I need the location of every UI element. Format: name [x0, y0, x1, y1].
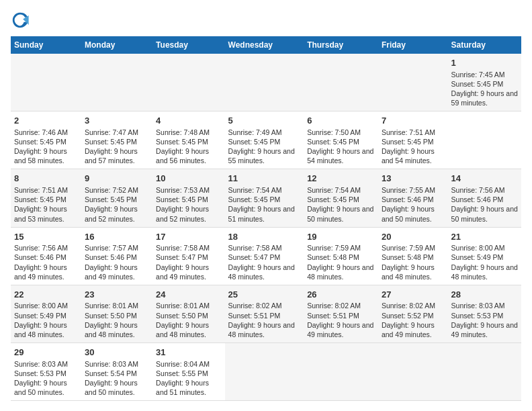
- sunrise: Sunrise: 7:58 AM: [156, 244, 210, 252]
- sunset: Sunset: 5:50 PM: [156, 312, 208, 320]
- sunset: Sunset: 5:47 PM: [156, 253, 208, 261]
- day-number: 21: [451, 231, 518, 243]
- sunset: Sunset: 5:45 PM: [14, 138, 66, 146]
- day-number: 10: [156, 173, 221, 185]
- daylight: Daylight: 9 hours and 55 minutes.: [228, 147, 295, 165]
- day-number: 7: [382, 115, 445, 127]
- daylight: Daylight: 9 hours and 49 minutes.: [382, 321, 435, 338]
- sunrise: Sunrise: 7:54 AM: [228, 186, 282, 194]
- weekday-header: Wednesday: [225, 36, 304, 54]
- sunrise: Sunrise: 7:59 AM: [307, 244, 361, 252]
- day-number: 15: [14, 231, 78, 243]
- daylight: Daylight: 9 hours and 50 minutes.: [451, 205, 518, 222]
- calendar-cell: 15Sunrise: 7:56 AMSunset: 5:46 PMDayligh…: [11, 227, 81, 285]
- sunset: Sunset: 5:46 PM: [85, 253, 137, 261]
- sunset: Sunset: 5:48 PM: [382, 253, 434, 261]
- sunrise: Sunrise: 8:02 AM: [228, 302, 282, 310]
- day-number: 3: [85, 115, 149, 127]
- calendar-cell: 11Sunrise: 7:54 AMSunset: 5:45 PMDayligh…: [225, 169, 304, 227]
- calendar-week-row: 8Sunrise: 7:51 AMSunset: 5:45 PMDaylight…: [11, 169, 521, 227]
- calendar-cell: 6Sunrise: 7:50 AMSunset: 5:45 PMDaylight…: [304, 111, 378, 169]
- logo: [11, 11, 34, 30]
- sunset: Sunset: 5:45 PM: [307, 138, 359, 146]
- daylight: Daylight: 9 hours and 48 minutes.: [156, 321, 209, 338]
- sunrise: Sunrise: 7:47 AM: [85, 128, 138, 136]
- daylight: Daylight: 9 hours and 49 minutes.: [85, 263, 138, 281]
- day-number: 19: [307, 231, 375, 243]
- day-number: 25: [228, 289, 301, 301]
- day-number: 11: [228, 173, 301, 185]
- day-number: 20: [382, 231, 445, 243]
- sunrise: Sunrise: 7:51 AM: [382, 128, 435, 136]
- sunset: Sunset: 5:45 PM: [451, 80, 504, 88]
- sunset: Sunset: 5:45 PM: [307, 195, 359, 203]
- daylight: Daylight: 9 hours and 57 minutes.: [85, 147, 138, 165]
- daylight: Daylight: 9 hours and 48 minutes.: [451, 263, 518, 281]
- day-number: 17: [156, 231, 221, 243]
- day-number: 6: [307, 115, 375, 127]
- daylight: Daylight: 9 hours and 48 minutes.: [382, 263, 435, 281]
- daylight: Daylight: 9 hours and 48 minutes.: [228, 321, 295, 338]
- sunset: Sunset: 5:53 PM: [451, 312, 504, 320]
- calendar-cell: 1Sunrise: 7:45 AMSunset: 5:45 PMDaylight…: [448, 54, 521, 111]
- sunrise: Sunrise: 7:53 AM: [156, 186, 210, 194]
- calendar-cell: 12Sunrise: 7:54 AMSunset: 5:45 PMDayligh…: [304, 169, 378, 227]
- calendar-week-row: 22Sunrise: 8:00 AMSunset: 5:49 PMDayligh…: [11, 285, 521, 342]
- sunset: Sunset: 5:45 PM: [156, 195, 208, 203]
- calendar-cell: 17Sunrise: 7:58 AMSunset: 5:47 PMDayligh…: [152, 227, 224, 285]
- sunrise: Sunrise: 7:51 AM: [14, 186, 68, 194]
- sunset: Sunset: 5:50 PM: [85, 312, 137, 320]
- daylight: Daylight: 9 hours and 53 minutes.: [14, 205, 67, 222]
- daylight: Daylight: 9 hours and 48 minutes.: [14, 321, 67, 338]
- sunrise: Sunrise: 7:48 AM: [156, 128, 210, 136]
- weekday-header: Sunday: [11, 36, 81, 54]
- sunrise: Sunrise: 7:45 AM: [451, 71, 505, 79]
- sunrise: Sunrise: 8:03 AM: [14, 360, 68, 368]
- sunrise: Sunrise: 7:55 AM: [382, 186, 435, 194]
- calendar-table: SundayMondayTuesdayWednesdayThursdayFrid…: [11, 36, 521, 401]
- calendar-cell: 5Sunrise: 7:49 AMSunset: 5:45 PMDaylight…: [225, 111, 304, 169]
- daylight: Daylight: 9 hours and 58 minutes.: [14, 147, 67, 165]
- logo-icon: [11, 11, 30, 30]
- calendar-cell: 2Sunrise: 7:46 AMSunset: 5:45 PMDaylight…: [11, 111, 81, 169]
- daylight: Daylight: 9 hours and 50 minutes.: [85, 379, 138, 396]
- sunrise: Sunrise: 7:50 AM: [307, 128, 361, 136]
- calendar-cell: 10Sunrise: 7:53 AMSunset: 5:45 PMDayligh…: [152, 169, 224, 227]
- empty-cell: [304, 343, 378, 401]
- daylight: Daylight: 9 hours and 54 minutes.: [307, 147, 373, 165]
- day-number: 8: [14, 173, 78, 185]
- sunset: Sunset: 5:51 PM: [307, 312, 359, 320]
- sunset: Sunset: 5:45 PM: [156, 138, 208, 146]
- daylight: Daylight: 9 hours and 56 minutes.: [156, 147, 209, 165]
- sunset: Sunset: 5:49 PM: [451, 253, 504, 261]
- sunrise: Sunrise: 7:49 AM: [228, 128, 282, 136]
- header: [11, 11, 521, 30]
- header-row: SundayMondayTuesdayWednesdayThursdayFrid…: [11, 36, 521, 54]
- calendar-cell: 18Sunrise: 7:58 AMSunset: 5:47 PMDayligh…: [225, 227, 304, 285]
- empty-cell: [378, 54, 448, 111]
- sunset: Sunset: 5:46 PM: [14, 253, 66, 261]
- empty-cell: [378, 343, 448, 401]
- sunset: Sunset: 5:47 PM: [228, 253, 281, 261]
- sunset: Sunset: 5:46 PM: [382, 195, 434, 203]
- day-number: 2: [14, 115, 78, 127]
- sunrise: Sunrise: 8:00 AM: [14, 302, 68, 310]
- page-container: SundayMondayTuesdayWednesdayThursdayFrid…: [0, 0, 532, 408]
- daylight: Daylight: 9 hours and 54 minutes.: [382, 147, 435, 165]
- daylight: Daylight: 9 hours and 50 minutes.: [307, 205, 373, 222]
- sunset: Sunset: 5:45 PM: [85, 195, 137, 203]
- sunset: Sunset: 5:55 PM: [156, 369, 208, 377]
- sunrise: Sunrise: 7:56 AM: [451, 186, 505, 194]
- calendar-cell: 3Sunrise: 7:47 AMSunset: 5:45 PMDaylight…: [81, 111, 152, 169]
- sunset: Sunset: 5:45 PM: [382, 138, 434, 146]
- daylight: Daylight: 9 hours and 59 minutes.: [451, 89, 518, 107]
- day-number: 12: [307, 173, 375, 185]
- day-number: 23: [85, 289, 149, 301]
- daylight: Daylight: 9 hours and 52 minutes.: [156, 205, 209, 222]
- sunset: Sunset: 5:45 PM: [228, 138, 281, 146]
- calendar-cell: 19Sunrise: 7:59 AMSunset: 5:48 PMDayligh…: [304, 227, 378, 285]
- calendar-cell: 4Sunrise: 7:48 AMSunset: 5:45 PMDaylight…: [152, 111, 224, 169]
- sunrise: Sunrise: 7:54 AM: [307, 186, 361, 194]
- day-number: 31: [156, 347, 221, 359]
- calendar-cell: 27Sunrise: 8:02 AMSunset: 5:52 PMDayligh…: [378, 285, 448, 342]
